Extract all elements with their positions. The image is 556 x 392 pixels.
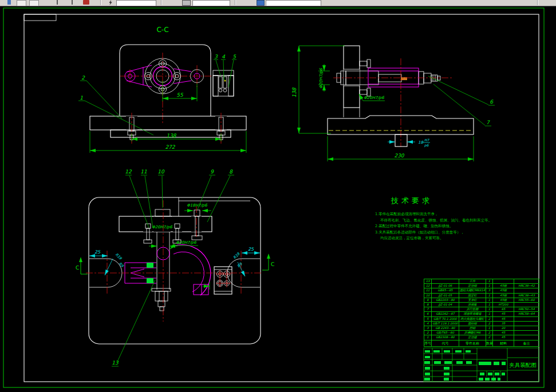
toolbar-button[interactable] — [17, 0, 26, 6]
bom-row: 12JJZ-01-06定位销145钢HRC38~42 — [424, 284, 539, 288]
bom-row: 7开口垫圈165HRC50~54 — [424, 307, 539, 312]
view-plan: 25 R19 R9 25 R19 R9 C C — [76, 169, 274, 366]
tech-requirements-title: 技术要求 — [391, 196, 490, 206]
toolbar-separator — [161, 0, 162, 5]
bom-row: 9GB2203—80支承钉145钢HRC55~60 — [424, 298, 539, 302]
dim-25-right: 25 — [248, 247, 254, 252]
balloon-2: 2 — [81, 75, 85, 81]
balloon-10: 10 — [157, 169, 165, 175]
section-label-c-left: C — [76, 265, 79, 271]
toolbar-separator — [100, 0, 101, 5]
workpiece-plan — [125, 245, 211, 295]
fit-numerator: H7 — [424, 138, 430, 142]
bom-row: 8JJZ-01-04连接板1HT200 — [424, 303, 539, 307]
view-side: 138 Φ20H7/p6 Φ20H7/p6 230 18 H7 p6 — [291, 46, 495, 161]
balloon-7: 7 — [486, 120, 490, 125]
clamp-part — [213, 70, 234, 96]
printer-icon[interactable] — [182, 0, 191, 6]
bom-row: 5GB/T 70.1-2000内六角圆柱头螺钉245 — [424, 316, 539, 321]
bom-row: 13工件1 — [424, 279, 539, 284]
section-label-c-right: C — [271, 262, 274, 267]
balloon-8: 8 — [229, 169, 233, 175]
toolbar — [0, 0, 556, 6]
bom-row: 2GB/T65—80开槽螺钉M6245 — [424, 331, 539, 335]
balloon-11: 11 — [140, 169, 147, 175]
toolbar-combobox-linetype[interactable] — [266, 0, 321, 6]
balloon-5: 5 — [232, 54, 236, 60]
tech-requirement-line: 不得有毛刺、飞边、氧化皮、锈蚀、切屑、油污、着色剂和灰尘等。 — [380, 217, 490, 224]
toolbar-redo-icon[interactable] — [83, 0, 89, 5]
toolbar-button[interactable] — [29, 0, 39, 6]
tech-requirement-line: 3.夹具装配后各运动部件（如活动钳口、分度盘等）， — [375, 229, 490, 236]
tech-requirement-line: 2.装配过程中零件不允许磕、碰、划伤和锈蚀。 — [375, 223, 490, 229]
dim-phi20-vertical: Φ20H7/p6 — [319, 68, 324, 89]
tech-requirement-line: 均应运动灵活，定位准确，夹紧可靠。 — [380, 235, 490, 241]
plan-balloons: 12 11 10 9 8 13 — [112, 169, 234, 366]
balloon-3: 3 — [214, 54, 218, 60]
bom-row: 1GB2308—80定位键245 — [424, 335, 539, 340]
bom-parts-list: 13工件112JJZ-01-06定位销145钢HRC38~4211GB85—85… — [424, 279, 539, 347]
bom-header-row: 序号代号零件名称数量材料备注 — [424, 340, 539, 346]
bom-row: 11GB85—85圆柱头螺钉M6X14345钢 — [424, 288, 539, 293]
section-arrow-right: C — [262, 254, 274, 270]
dim-r19-left: R19 — [115, 252, 123, 261]
side-base — [328, 116, 474, 134]
bom-table: 13工件112JJZ-01-06定位销145钢HRC38~4211GB85—85… — [424, 279, 539, 347]
balloon-4: 4 — [222, 54, 225, 60]
bom-row: 3GB 2243—80挡销120 — [424, 326, 539, 331]
toolbar-icon-partial[interactable] — [57, 0, 58, 5]
dim-138: 138 — [166, 133, 176, 138]
toolbar-combobox-layer[interactable] — [116, 0, 156, 6]
dim-r9-left: R9 — [118, 262, 125, 268]
side-dimensions: 138 Φ20H7/p6 Φ20H7/p6 230 18 H7 p6 — [291, 46, 474, 161]
dim-phi20-a: Φ20H7/p6 — [152, 225, 172, 229]
title-block: 夹具装配图 — [424, 348, 539, 382]
dim-25-left: 25 — [94, 250, 101, 255]
dim-phi18: Φ18H7/p6 — [187, 203, 207, 208]
cc-view-title: C-C — [156, 26, 168, 34]
bom-row: 4GB/T 119.1-2000圆柱销235 — [424, 321, 539, 326]
center-column — [152, 232, 171, 311]
dim-r9-right: R9 — [236, 262, 243, 268]
toolbar-icon-partial[interactable] — [7, 0, 11, 5]
toolbar-icon-partial[interactable] — [72, 0, 73, 5]
table-icon[interactable] — [257, 0, 265, 6]
section-arrow-left: C — [76, 257, 88, 274]
technical-requirements: 技术要求 1.零件在装配前必须清理和清洗干净， 不得有毛刺、飞边、氧化皮、锈蚀、… — [375, 196, 490, 241]
dim-phi20-b: Φ20H7/p6 — [176, 240, 196, 245]
balloon-13: 13 — [112, 360, 119, 366]
tech-requirement-line: 1.零件在装配前必须清理和清洗干净， — [375, 211, 490, 217]
bom-row: 6GB2262—87球面带肩螺母145HRC58~64 — [424, 312, 539, 316]
toolbar-combobox-color[interactable] — [192, 0, 230, 6]
toolbar-separator — [537, 0, 538, 5]
balloon-9: 9 — [210, 169, 214, 175]
dim-side-138: 138 — [291, 87, 297, 97]
lightning-icon[interactable] — [108, 0, 113, 5]
bom-row: 10JJZ-01-05固定钉145钢HRC38~43 — [424, 293, 539, 298]
view-cc-section: C-C — [78, 26, 246, 153]
balloon-6: 6 — [490, 99, 494, 105]
dim-55: 55 — [176, 92, 184, 98]
balloon-1: 1 — [80, 95, 83, 101]
plan-cyan-dims: 25 R19 R9 25 R19 R9 — [89, 247, 260, 276]
cad-application-window: C-C — [0, 0, 556, 392]
drawing-title: 夹具装配图 — [509, 362, 537, 368]
balloon-12: 12 — [125, 169, 132, 175]
locating-tenon — [395, 134, 407, 146]
dim-phi20-leader: Φ20H7/p6 — [364, 96, 384, 100]
fit-denominator: p6 — [424, 143, 429, 148]
toolbar-separator — [235, 0, 236, 5]
bom-body: 13工件112JJZ-01-06定位销145钢HRC38~4211GB85—85… — [424, 279, 539, 347]
dim-272: 272 — [165, 144, 175, 150]
dim-230: 230 — [394, 153, 404, 159]
